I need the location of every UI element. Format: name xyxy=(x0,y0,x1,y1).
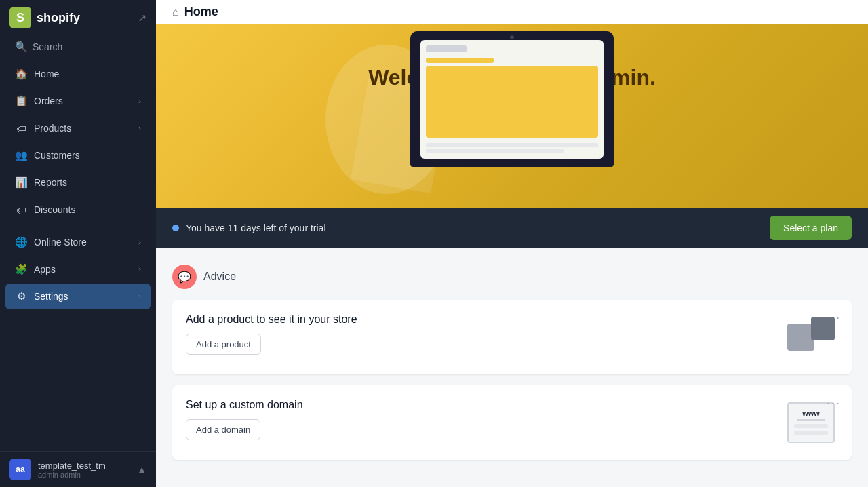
nav-item-left-settings: ⚙ Settings xyxy=(15,290,68,303)
shopify-logo-text: shopify xyxy=(37,11,80,25)
settings-chevron: › xyxy=(138,292,141,301)
sidebar-item-label-apps: Apps xyxy=(34,264,56,275)
online-store-icon: 🌐 xyxy=(15,236,27,248)
laptop-screen-top xyxy=(426,45,598,52)
apps-chevron: › xyxy=(138,265,141,274)
search-icon: 🔍 xyxy=(15,41,27,53)
laptop-bottom-bars xyxy=(426,143,598,153)
search-item[interactable]: 🔍 Search xyxy=(5,35,151,58)
shopify-logo: S shopify xyxy=(9,7,80,28)
sidebar-item-customers[interactable]: 👥 Customers xyxy=(5,142,151,168)
nav-item-left-customers: 👥 Customers xyxy=(15,149,80,161)
user-name: admin admin xyxy=(38,471,106,479)
sidebar: S shopify ↗ 🔍 Search 🏠 Home 📋 Orders › 🏷… xyxy=(0,0,156,487)
advice-header: 💬 Advice xyxy=(172,265,852,289)
sidebar-item-label-customers: Customers xyxy=(34,150,80,161)
user-menu-chevron[interactable]: ▲ xyxy=(137,464,146,475)
card-title-product: Add a product to see it in your store xyxy=(186,313,773,326)
sidebar-item-apps[interactable]: 🧩 Apps › xyxy=(5,256,151,282)
nav-item-left-home: 🏠 Home xyxy=(15,68,59,80)
home-breadcrumb-icon: ⌂ xyxy=(172,6,179,18)
sidebar-header: S shopify ↗ xyxy=(0,0,156,35)
nav-list: 🏠 Home 📋 Orders › 🏷 Products › 👥 Custome… xyxy=(0,61,156,311)
online-store-chevron: › xyxy=(138,237,141,247)
card-more-domain[interactable]: ··· xyxy=(827,396,841,410)
product-boxes xyxy=(787,317,835,357)
add-product-button[interactable]: Add a product xyxy=(186,334,261,355)
card-title-domain: Set up a custom domain xyxy=(186,399,773,411)
sidebar-item-label-reports: Reports xyxy=(34,177,67,188)
sidebar-footer: aa template_test_tm admin admin ▲ xyxy=(0,451,156,487)
advice-title: Advice xyxy=(203,271,236,283)
orders-chevron: › xyxy=(138,96,141,106)
nav-item-left-online-store: 🌐 Online Store xyxy=(15,236,87,248)
user-store: template_test_tm xyxy=(38,461,106,471)
laptop-camera xyxy=(510,35,514,39)
trial-banner: You have 11 days left of your trial Sele… xyxy=(156,208,868,248)
user-details: template_test_tm admin admin xyxy=(38,461,106,479)
sidebar-item-online-store[interactable]: 🌐 Online Store › xyxy=(5,229,151,255)
discounts-icon: 🏷 xyxy=(15,203,27,216)
laptop xyxy=(410,31,614,167)
product-illustration xyxy=(784,313,838,361)
sidebar-item-label-online-store: Online Store xyxy=(34,237,87,248)
domain-separator xyxy=(797,419,825,421)
products-chevron: › xyxy=(138,123,141,133)
apps-icon: 🧩 xyxy=(15,263,27,275)
custom-domain-card: Set up a custom domain Add a domain ··· … xyxy=(172,385,852,460)
nav-item-left-apps: 🧩 Apps xyxy=(15,263,56,275)
domain-line-1 xyxy=(794,424,828,428)
settings-icon: ⚙ xyxy=(15,290,27,303)
laptop-content-block xyxy=(426,66,598,138)
home-icon: 🏠 xyxy=(15,68,27,80)
sidebar-item-products[interactable]: 🏷 Products › xyxy=(5,115,151,141)
sidebar-item-label-home: Home xyxy=(34,69,59,79)
sidebar-item-label-products: Products xyxy=(34,123,71,134)
products-icon: 🏷 xyxy=(15,122,27,134)
product-box-2 xyxy=(811,317,835,340)
shopify-logo-icon: S xyxy=(9,7,31,28)
add-product-card: Add a product to see it in your store Ad… xyxy=(172,300,852,374)
sidebar-item-discounts[interactable]: 🏷 Discounts xyxy=(5,197,151,222)
advice-icon: 💬 xyxy=(172,265,197,289)
laptop-screen xyxy=(420,40,604,159)
trial-left: You have 11 days left of your trial xyxy=(172,222,326,233)
domain-line-2 xyxy=(794,431,828,435)
nav-item-left-discounts: 🏷 Discounts xyxy=(15,203,75,216)
card-content-product: Add a product to see it in your store Ad… xyxy=(186,313,773,355)
product-box-1 xyxy=(787,324,814,351)
user-avatar: aa xyxy=(9,459,31,480)
nav-item-left-products: 🏷 Products xyxy=(15,122,71,134)
laptop-illustration xyxy=(410,31,614,167)
topbar: ⌂ Home xyxy=(156,0,868,24)
search-label: Search xyxy=(33,41,62,52)
select-plan-button[interactable]: Select a plan xyxy=(770,216,852,240)
sidebar-item-label-settings: Settings xyxy=(34,291,68,302)
sidebar-item-label-discounts: Discounts xyxy=(34,204,75,215)
main-content: ⌂ Home Welcome to Shopify, admin. xyxy=(156,0,868,487)
domain-www-text: www xyxy=(802,409,820,417)
customers-icon: 👥 xyxy=(15,149,27,161)
trial-dot xyxy=(172,225,179,231)
nav-item-left-orders: 📋 Orders xyxy=(15,95,63,107)
sidebar-item-orders[interactable]: 📋 Orders › xyxy=(5,88,151,114)
hero-banner: Welcome to Shopify, admin. xyxy=(156,24,868,208)
sidebar-item-label-orders: Orders xyxy=(34,96,63,106)
laptop-bar-2 xyxy=(426,58,494,63)
sidebar-item-reports[interactable]: 📊 Reports xyxy=(5,170,151,195)
page-title: Home xyxy=(184,5,218,19)
laptop-small-bar-2 xyxy=(426,149,564,153)
sidebar-item-settings[interactable]: ⚙ Settings › xyxy=(5,284,151,309)
trial-message: You have 11 days left of your trial xyxy=(186,222,326,233)
content-area: 💬 Advice Add a product to see it in your… xyxy=(156,248,868,487)
orders-icon: 📋 xyxy=(15,95,27,107)
laptop-small-bar-1 xyxy=(426,143,598,147)
laptop-bar-1 xyxy=(426,45,467,52)
card-content-domain: Set up a custom domain Add a domain xyxy=(186,399,773,440)
reports-icon: 📊 xyxy=(15,176,27,189)
user-info: aa template_test_tm admin admin xyxy=(9,459,106,480)
sidebar-item-home[interactable]: 🏠 Home xyxy=(5,61,151,87)
add-domain-button[interactable]: Add a domain xyxy=(186,419,260,440)
nav-item-left-reports: 📊 Reports xyxy=(15,176,67,189)
external-link-icon[interactable]: ↗ xyxy=(138,12,146,24)
